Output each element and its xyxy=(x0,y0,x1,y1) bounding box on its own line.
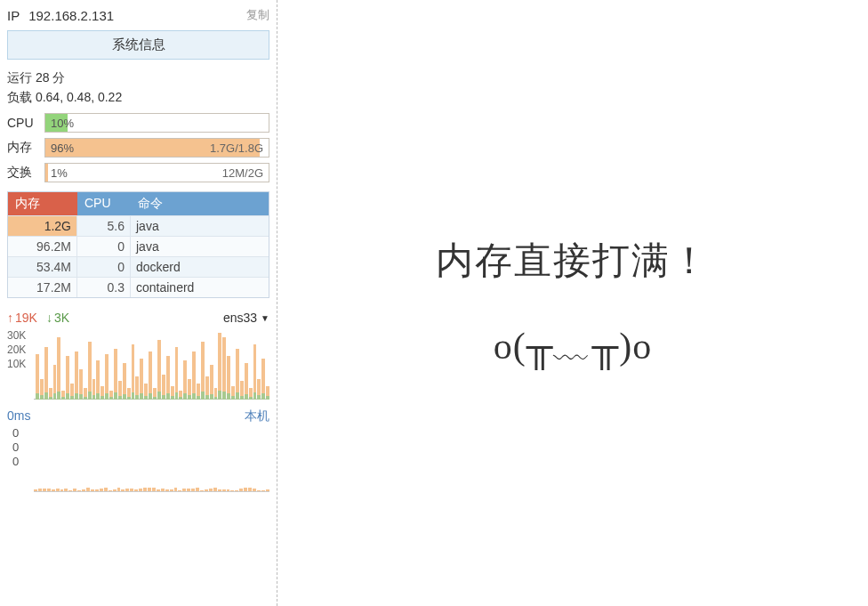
net-down-value: 3K xyxy=(54,311,69,325)
net-ylabels: 30K 20K 10K xyxy=(7,328,26,371)
interface-select[interactable]: ens33 ▼ xyxy=(223,311,269,325)
network-header: ↑ 19K ↓ 3K ens33 ▼ xyxy=(7,309,269,327)
latency-chart xyxy=(34,471,269,492)
process-header[interactable]: 内存 CPU 命令 xyxy=(8,192,269,215)
uptime-text: 运行 28 分 xyxy=(7,69,269,88)
net-up-value: 19K xyxy=(15,311,37,325)
ip-label: IP xyxy=(7,8,20,23)
proc-cpu-cell: 0 xyxy=(77,237,131,256)
latency-val: 0 xyxy=(12,455,269,469)
swap-right: 12M/2G xyxy=(222,166,263,180)
arrow-down-icon: ↓ xyxy=(46,311,52,325)
network-section: ↑ 19K ↓ 3K ens33 ▼ 30K 20K 10K xyxy=(7,309,269,400)
annotation-title: 内存直接打满！ xyxy=(436,236,710,286)
proc-mem-cell: 1.2G xyxy=(8,216,77,236)
mem-right: 1.7G/1.8G xyxy=(210,141,263,155)
proc-mem-cell: 96.2M xyxy=(8,237,77,256)
mem-pct: 96% xyxy=(51,141,74,155)
latency-val: 0 xyxy=(12,426,269,440)
table-row[interactable]: 17.2M0.3containerd xyxy=(8,277,269,297)
cpu-pct: 10% xyxy=(51,117,74,130)
swap-bar: 1% 12M/2G xyxy=(44,163,269,182)
proc-cmd-cell: containerd xyxy=(131,278,269,297)
table-row[interactable]: 96.2M0java xyxy=(8,236,269,256)
ip-value: 192.168.2.131 xyxy=(28,8,114,23)
proc-mem-cell: 17.2M xyxy=(8,278,77,297)
proc-cmd-cell: java xyxy=(131,237,269,256)
proc-cpu-cell: 0.3 xyxy=(77,278,131,297)
network-chart: 30K 20K 10K xyxy=(7,328,269,400)
swap-metric: 交换 1% 12M/2G xyxy=(7,163,269,182)
swap-pct: 1% xyxy=(51,166,68,180)
proc-cpu-cell: 5.6 xyxy=(77,216,131,236)
annotation-panel: 内存直接打满！ o(╥﹏╥)o xyxy=(277,0,868,606)
latency-section: 0ms 本机 0 0 0 xyxy=(7,407,269,492)
proc-cmd-cell: dockerd xyxy=(131,257,269,277)
latency-values: 0 0 0 xyxy=(7,426,269,469)
cpu-bar: 10% xyxy=(44,113,269,133)
latency-label: 0ms xyxy=(7,408,30,424)
table-row[interactable]: 53.4M0dockerd xyxy=(8,256,269,277)
arrow-up-icon: ↑ xyxy=(7,311,13,325)
latency-target-select[interactable]: 本机 xyxy=(245,408,269,424)
load-text: 负载 0.64, 0.48, 0.22 xyxy=(7,88,269,108)
interface-label: ens33 xyxy=(223,311,257,325)
chevron-down-icon: ▼ xyxy=(261,313,269,323)
cpu-label: CPU xyxy=(7,116,44,130)
proc-header-cpu[interactable]: CPU xyxy=(77,192,131,215)
system-info-button[interactable]: 系统信息 xyxy=(7,30,269,60)
net-ylabel: 30K xyxy=(7,328,26,343)
net-ylabel: 20K xyxy=(7,343,26,357)
proc-cpu-cell: 0 xyxy=(77,257,131,277)
proc-mem-cell: 53.4M xyxy=(8,257,77,277)
process-table: 内存 CPU 命令 1.2G5.6java96.2M0java53.4M0doc… xyxy=(7,191,269,298)
swap-label: 交换 xyxy=(7,165,44,181)
proc-header-cmd[interactable]: 命令 xyxy=(131,192,269,215)
cpu-metric: CPU 10% xyxy=(7,113,269,133)
system-monitor-panel: IP 192.168.2.131 复制 系统信息 运行 28 分 负载 0.64… xyxy=(0,0,277,606)
ip-row: IP 192.168.2.131 复制 xyxy=(7,4,269,30)
annotation-emoticon: o(╥﹏╥)o xyxy=(494,321,653,371)
mem-label: 内存 xyxy=(7,140,44,156)
proc-cmd-cell: java xyxy=(131,216,269,236)
net-ylabel: 10K xyxy=(7,357,26,371)
proc-header-mem[interactable]: 内存 xyxy=(8,192,77,215)
copy-link[interactable]: 复制 xyxy=(246,7,269,23)
latency-val: 0 xyxy=(12,440,269,455)
table-row[interactable]: 1.2G5.6java xyxy=(8,215,269,236)
mem-metric: 内存 96% 1.7G/1.8G xyxy=(7,138,269,158)
mem-bar: 96% 1.7G/1.8G xyxy=(44,138,269,158)
latency-header: 0ms 本机 xyxy=(7,407,269,426)
